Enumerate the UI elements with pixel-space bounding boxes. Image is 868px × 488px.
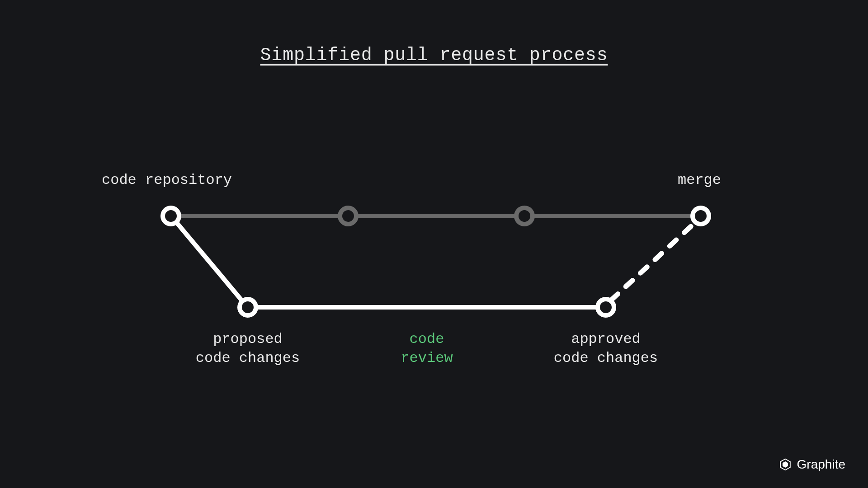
label-review: code review (401, 330, 453, 367)
label-merge: merge (678, 171, 721, 190)
node-main-mid2 (516, 208, 533, 224)
node-approved (598, 299, 614, 315)
svg-line-5 (177, 223, 242, 300)
graphite-icon (779, 458, 792, 471)
svg-marker-10 (783, 461, 788, 468)
svg-line-8 (611, 223, 694, 300)
pr-process-diagram (0, 0, 868, 488)
node-main-mid1 (340, 208, 356, 224)
label-proposed: proposed code changes (196, 330, 300, 367)
brand-name: Graphite (797, 457, 845, 472)
label-approved: approved code changes (554, 330, 658, 367)
node-merge (693, 208, 709, 224)
brand-logo: Graphite (779, 457, 845, 472)
node-repo (163, 208, 179, 224)
label-repo: code repository (102, 171, 232, 190)
node-proposed (240, 299, 256, 315)
